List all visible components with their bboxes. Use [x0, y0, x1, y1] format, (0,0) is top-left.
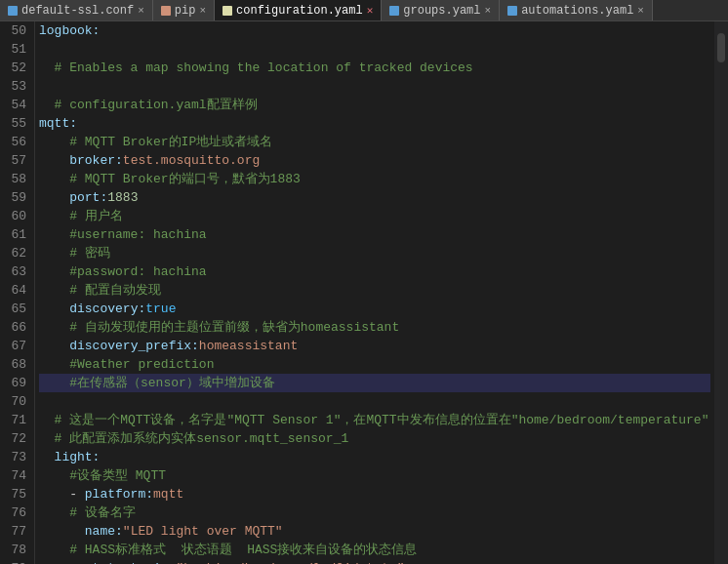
- tab-icon: [389, 6, 399, 16]
- code-line: ▾ state_topic: "hachina/hardware/led01/s…: [39, 559, 710, 564]
- code-line: #password: hachina: [39, 262, 710, 281]
- code-line: # configuration.yaml配置样例: [39, 96, 710, 114]
- code-line: #设备类型 MQTT: [39, 466, 710, 485]
- line-number: 68: [4, 355, 26, 374]
- line-number: 61: [4, 225, 26, 244]
- tab-label: automations.yaml: [521, 4, 633, 18]
- line-number: 71: [4, 411, 26, 429]
- tab-automations-yaml[interactable]: automations.yaml×: [500, 0, 653, 20]
- line-numbers: 5051525354555657585960616263646566676869…: [0, 21, 35, 564]
- tab-close[interactable]: ✕: [367, 4, 374, 17]
- line-number: 54: [4, 96, 26, 114]
- line-number: 55: [4, 114, 26, 133]
- code-line: # 密码: [39, 244, 710, 262]
- code-line: # 配置自动发现: [39, 281, 710, 300]
- line-number: 76: [4, 504, 26, 522]
- line-number: 57: [4, 151, 26, 170]
- fold-arrow[interactable]: ▾: [35, 448, 37, 466]
- line-number: 59: [4, 188, 26, 207]
- line-number: 73: [4, 448, 26, 466]
- code-line: # MQTT Broker的端口号，默省为1883: [39, 170, 710, 188]
- tab-icon: [161, 6, 171, 16]
- tab-close[interactable]: ×: [138, 5, 144, 17]
- line-number: 50: [4, 21, 26, 40]
- line-number: 64: [4, 281, 26, 300]
- line-number: 70: [4, 392, 26, 411]
- line-number: 58: [4, 170, 26, 188]
- line-number: 72: [4, 429, 26, 448]
- code-line: # 自动发现使用的主题位置前缀，缺省为homeassistant: [39, 318, 710, 337]
- code-line: #username: hachina: [39, 225, 710, 244]
- code-line: # Enables a map showing the location of …: [39, 59, 710, 77]
- code-line: # MQTT Broker的IP地址或者域名: [39, 133, 710, 151]
- tab-bar: default-ssl.conf×pip×configuration.yaml✕…: [0, 0, 728, 21]
- line-number: 74: [4, 466, 26, 485]
- code-line: [39, 392, 710, 411]
- code-line: ▾mqtt:: [39, 114, 710, 133]
- fold-arrow[interactable]: ▾: [35, 541, 37, 559]
- line-number: 53: [4, 77, 26, 96]
- code-line: # 此配置添加系统内实体sensor.mqtt_sensor_1: [39, 429, 710, 448]
- line-number: 66: [4, 318, 26, 337]
- code-line: ▾ # HASS标准格式 状态语题 HASS接收来自设备的状态信息: [39, 541, 710, 559]
- code-line: discovery: true: [39, 300, 710, 318]
- line-number: 56: [4, 133, 26, 151]
- fold-arrow[interactable]: ▾: [35, 504, 37, 522]
- tab-close[interactable]: ×: [637, 5, 644, 17]
- code-line: ▾ name: "LED light over MQTT": [39, 522, 710, 541]
- tab-configuration-yaml[interactable]: configuration.yaml✕: [215, 0, 382, 21]
- line-number: 52: [4, 59, 26, 77]
- code-line: [39, 40, 710, 59]
- line-number: 78: [4, 541, 26, 559]
- tab-icon: [222, 6, 232, 16]
- code-line: [39, 77, 710, 96]
- line-number: 60: [4, 207, 26, 225]
- tab-label: configuration.yaml: [236, 4, 363, 18]
- line-number: 79: [4, 559, 26, 564]
- scrollbar-thumb[interactable]: [717, 33, 725, 62]
- line-number: 67: [4, 337, 26, 355]
- line-number: 69: [4, 374, 26, 392]
- fold-arrow[interactable]: ▾: [35, 559, 37, 564]
- editor-area: 5051525354555657585960616263646566676869…: [0, 21, 728, 564]
- code-line: - platform: mqtt: [39, 485, 710, 504]
- line-number: 63: [4, 262, 26, 281]
- fold-arrow[interactable]: ▾: [35, 114, 37, 133]
- code-line: # 用户名: [39, 207, 710, 225]
- line-number: 75: [4, 485, 26, 504]
- tab-label: default-ssl.conf: [21, 4, 134, 18]
- tab-label: groups.yaml: [403, 4, 480, 18]
- tab-default-ssl-conf[interactable]: default-ssl.conf×: [0, 0, 153, 20]
- tab-groups-yaml[interactable]: groups.yaml×: [382, 0, 500, 20]
- code-line: logbook:: [39, 21, 710, 40]
- code-line: # 这是一个MQTT设备，名字是"MQTT Sensor 1"，在MQTT中发布…: [39, 411, 710, 429]
- tab-close[interactable]: ×: [199, 5, 206, 17]
- code-line: #在传感器（sensor）域中增加设备: [39, 374, 710, 392]
- code-line: ▾ # 设备名字: [39, 504, 710, 522]
- code-line: #Weather prediction: [39, 355, 710, 374]
- line-number: 62: [4, 244, 26, 262]
- line-number: 51: [4, 40, 26, 59]
- line-number: 77: [4, 522, 26, 541]
- tab-close[interactable]: ×: [485, 5, 492, 17]
- code-line: port: 1883: [39, 188, 710, 207]
- code-content: logbook: # Enables a map showing the loc…: [35, 21, 714, 564]
- tab-icon: [507, 6, 517, 16]
- code-line: ▾ light:: [39, 448, 710, 466]
- tab-icon: [8, 6, 18, 16]
- tab-label: pip: [175, 4, 196, 18]
- scrollbar-track[interactable]: [714, 21, 728, 564]
- line-number: 65: [4, 300, 26, 318]
- code-line: broker: test.mosquitto.org: [39, 151, 710, 170]
- fold-arrow[interactable]: ▾: [35, 522, 37, 541]
- tab-pip[interactable]: pip×: [153, 0, 215, 20]
- code-line: discovery_prefix: homeassistant: [39, 337, 710, 355]
